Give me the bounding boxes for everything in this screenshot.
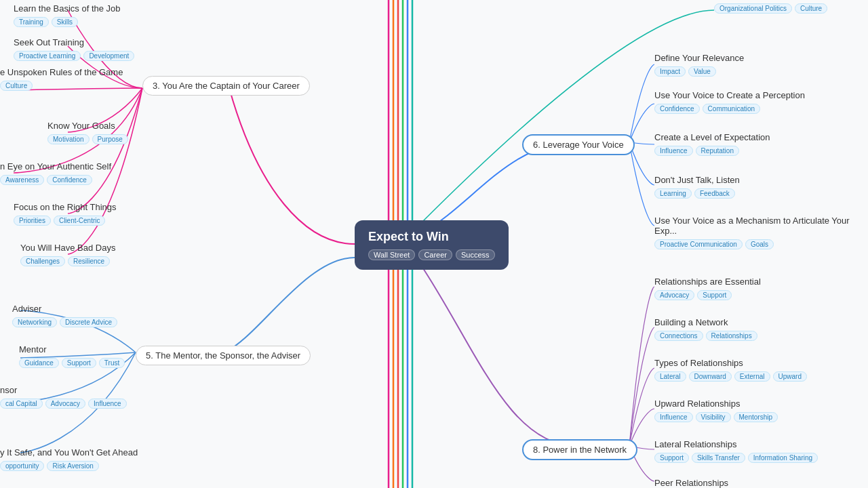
tag-org-politics: Organizational Politics	[714, 3, 792, 14]
level-expectation: Create a Level of Expectation Influence …	[654, 132, 770, 156]
use-voice-perception: Use Your Voice to Create a Perception Co…	[654, 90, 805, 114]
focus-right-things: Focus on the Right Things Priorities Cli…	[14, 202, 117, 226]
central-tags: Wall Street Career Success	[368, 249, 495, 260]
captain-node[interactable]: 3. You Are the Captain of Your Career	[142, 76, 310, 96]
tag-influence3: Influence	[654, 412, 693, 422]
relationships-essential-title: Relationships are Essential	[654, 277, 761, 287]
tag-awareness: Awareness	[0, 175, 44, 185]
authentic-self: n Eye on Your Authentic Self Awareness C…	[0, 161, 111, 185]
tag-success: Success	[456, 249, 495, 260]
tag-skills: Skills	[52, 17, 78, 27]
types-relationships-title: Types of Relationships	[654, 358, 807, 368]
bad-days-title: You Will Have Bad Days	[20, 243, 115, 253]
voice-mechanism: Use Your Voice as a Mechanism to Articul…	[654, 216, 865, 249]
seek-training: Seek Out Training Proactive Learning Dev…	[14, 37, 134, 61]
tag-training: Training	[14, 17, 49, 27]
seek-training-title: Seek Out Training	[14, 37, 134, 47]
leverage-voice-node[interactable]: 6. Leverage Your Voice	[522, 134, 635, 155]
tag-opportunity: opportunity	[0, 461, 44, 471]
know-goals: Know Your Goals Motivation Purpose	[47, 121, 128, 144]
tag-culture: Culture	[0, 81, 33, 91]
tag-priorities: Priorities	[14, 216, 51, 226]
tag-development: Development	[83, 51, 134, 61]
tag-risk-aversion: Risk Aversion	[47, 461, 98, 471]
tag-discrete-advice: Discrete Advice	[60, 317, 117, 327]
tag-feedback: Feedback	[694, 188, 735, 199]
power-network-node[interactable]: 8. Power in the Network	[522, 439, 637, 460]
dont-just-talk: Don't Just Talk, Listen Learning Feedbac…	[654, 175, 740, 199]
voice-mechanism-title: Use Your Voice as a Mechanism to Articul…	[654, 216, 865, 236]
mentor-item: Mentor Guidance Support Trust	[19, 344, 125, 368]
tag-lateral: Lateral	[654, 371, 686, 382]
tag-career: Career	[418, 249, 452, 260]
tag-advocacy2: Advocacy	[654, 290, 694, 300]
tag-networking: Networking	[12, 317, 57, 327]
mentor-label: 5. The Mentor, the Sponsor, the Adviser	[136, 346, 311, 365]
tag-relationships: Relationships	[706, 331, 757, 341]
building-network-title: Building a Network	[654, 317, 757, 327]
types-relationships: Types of Relationships Lateral Downward …	[654, 358, 807, 382]
tag-proactive-learning: Proactive Learning	[14, 51, 81, 61]
tag-skills-transfer: Skills Transfer	[692, 453, 745, 463]
unspoken-rules: e Unspoken Rules of the Game Culture	[0, 67, 123, 91]
tag-downward: Downward	[689, 371, 732, 382]
tag-advocacy: Advocacy	[45, 399, 85, 409]
tag-visibility: Visibility	[696, 412, 731, 422]
focus-title: Focus on the Right Things	[14, 202, 117, 212]
tag-impact: Impact	[654, 66, 686, 77]
sponsor-title: nsor	[0, 385, 127, 395]
central-node[interactable]: Expect to Win Wall Street Career Success	[355, 220, 509, 270]
unspoken-rules-title: e Unspoken Rules of the Game	[0, 67, 123, 77]
tag-influence2: Influence	[654, 146, 693, 156]
adviser-title: Adviser	[12, 304, 117, 314]
tag-trust: Trust	[99, 358, 125, 368]
tag-motivation: Motivation	[47, 134, 90, 144]
tag-support: Support	[62, 358, 96, 368]
lateral-relationships: Lateral Relationships Support Skills Tra…	[654, 439, 818, 463]
know-goals-title: Know Your Goals	[47, 121, 128, 131]
lateral-relationships-title: Lateral Relationships	[654, 439, 818, 449]
tag-resilience: Resilience	[68, 256, 110, 266]
play-safe-title: y It Safe, and You Won't Get Ahead	[0, 447, 138, 458]
define-relevance: Define Your Relevance Impact Value	[654, 53, 744, 77]
tag-support2: Support	[697, 290, 732, 300]
learn-basics-title: Learn the Basics of the Job	[14, 3, 121, 14]
tag-support3: Support	[654, 453, 689, 463]
tag-capital: cal Capital	[0, 399, 43, 409]
captain-label: 3. You Are the Captain of Your Career	[142, 76, 310, 96]
tag-mentorship: Mentorship	[734, 412, 778, 422]
tag-purpose: Purpose	[92, 134, 128, 144]
authentic-self-title: n Eye on Your Authentic Self	[0, 161, 111, 171]
tag-goals: Goals	[745, 239, 774, 249]
learn-basics: Learn the Basics of the Job Training Ski…	[14, 3, 121, 27]
tag-connections: Connections	[654, 331, 703, 341]
tag-info-sharing: Information Sharing	[748, 453, 818, 463]
tag-value: Value	[688, 66, 716, 77]
mentor-node[interactable]: 5. The Mentor, the Sponsor, the Adviser	[136, 346, 311, 365]
adviser: Adviser Networking Discrete Advice	[12, 304, 117, 327]
org-politics: Organizational Politics Culture	[714, 2, 827, 14]
tag-communication: Communication	[703, 104, 760, 114]
bad-days: You Will Have Bad Days Challenges Resili…	[20, 243, 115, 266]
central-title: Expect to Win	[368, 230, 495, 244]
peer-relationships-title: Peer Relationships	[654, 478, 728, 488]
relationships-essential: Relationships are Essential Advocacy Sup…	[654, 277, 761, 300]
tag-external: External	[734, 371, 770, 382]
tag-influence: Influence	[88, 399, 127, 409]
tag-client-centric: Client-Centric	[54, 216, 106, 226]
mind-map-canvas: Expect to Win Wall Street Career Success…	[0, 0, 868, 488]
power-network-label: 8. Power in the Network	[522, 439, 637, 460]
upward-relationships-title: Upward Relationships	[654, 399, 778, 409]
building-network: Building a Network Connections Relations…	[654, 317, 757, 341]
tag-guidance: Guidance	[19, 358, 59, 368]
tag-learning: Learning	[654, 188, 692, 199]
mentor-item-title: Mentor	[19, 344, 125, 354]
sponsor: nsor cal Capital Advocacy Influence	[0, 385, 127, 409]
leverage-voice-label: 6. Leverage Your Voice	[522, 134, 635, 155]
use-voice-perception-title: Use Your Voice to Create a Perception	[654, 90, 805, 100]
tag-wall-street: Wall Street	[368, 249, 415, 260]
play-safe: y It Safe, and You Won't Get Ahead oppor…	[0, 447, 138, 471]
tag-confidence2: Confidence	[654, 104, 700, 114]
upward-relationships: Upward Relationships Influence Visibilit…	[654, 399, 778, 422]
level-expectation-title: Create a Level of Expectation	[654, 132, 770, 142]
